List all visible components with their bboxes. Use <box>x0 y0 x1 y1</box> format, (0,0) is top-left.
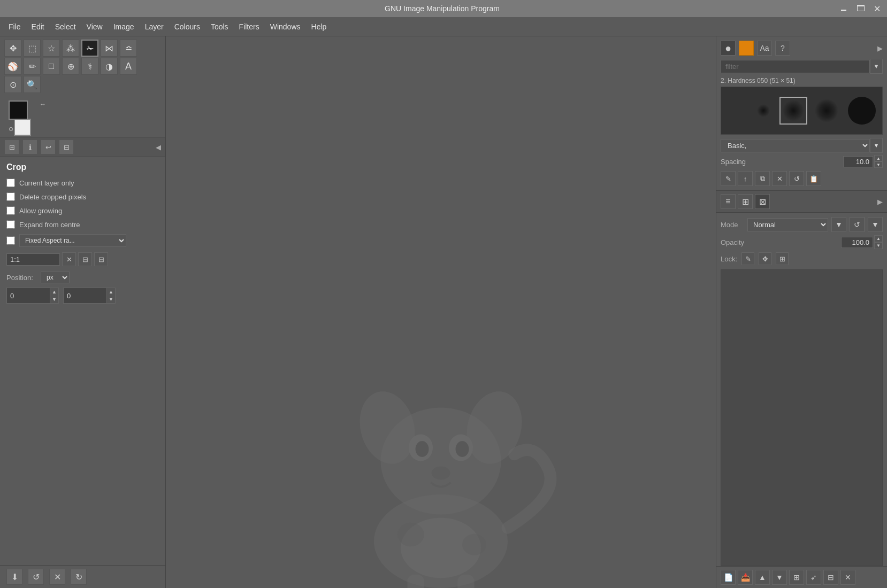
tool-warp[interactable]: ≏ <box>120 40 137 57</box>
channels-icon[interactable]: ⊞ <box>738 194 753 209</box>
brush-new-btn[interactable]: ↑ <box>738 171 753 186</box>
ratio-portrait-btn[interactable]: ⊟ <box>94 252 108 266</box>
tool-heal[interactable]: ⚕ <box>81 58 98 75</box>
spacing-up[interactable]: ▲ <box>874 155 883 161</box>
allow-growing-checkbox[interactable] <box>6 206 15 215</box>
menu-windows[interactable]: Windows <box>266 21 305 33</box>
save-presets-btn[interactable]: ⬇ <box>6 569 22 585</box>
foreground-color[interactable] <box>9 100 28 120</box>
brush-delete-btn[interactable]: ✕ <box>772 171 787 186</box>
lock-alpha-btn[interactable]: ⊞ <box>776 252 789 265</box>
brush-refresh-btn[interactable]: ↺ <box>789 171 804 186</box>
expand-from-centre-checkbox[interactable] <box>6 220 15 229</box>
tool-eyedropper[interactable]: ⊙ <box>4 76 21 93</box>
canvas-area[interactable] <box>166 36 716 588</box>
mode-dropdown-btn[interactable]: ▼ <box>831 217 846 232</box>
minimize-button[interactable]: 🗕 <box>837 3 850 14</box>
lock-paint-btn[interactable]: ✎ <box>741 252 754 265</box>
delete-layer-btn[interactable]: ✕ <box>840 570 855 585</box>
swap-colors-icon[interactable]: ↔ <box>40 100 46 108</box>
current-layer-only-checkbox[interactable] <box>6 179 15 187</box>
menu-select[interactable]: Select <box>51 21 80 33</box>
spacing-down[interactable]: ▼ <box>874 161 883 168</box>
layers-icon[interactable]: ≡ <box>721 194 736 209</box>
opacity-down[interactable]: ▼ <box>874 242 883 249</box>
background-color[interactable] <box>14 119 31 136</box>
tool-rect-select[interactable]: ⬚ <box>24 40 41 57</box>
import-layer-btn[interactable]: 📥 <box>738 570 753 585</box>
tool-clone[interactable]: ⊕ <box>62 58 79 75</box>
layers-panel-collapse[interactable]: ▶ <box>877 198 883 206</box>
reset-colors-icon[interactable]: ⊙ <box>9 126 13 133</box>
brushes-color-icon[interactable] <box>739 41 754 56</box>
brush-preset-line[interactable] <box>725 103 747 119</box>
paths-icon[interactable]: ⊠ <box>755 194 770 209</box>
position-x-up[interactable]: ▲ <box>50 288 58 296</box>
tool-crop[interactable]: ✁ <box>81 40 98 57</box>
brush-duplicate-btn[interactable]: ⧉ <box>755 171 770 186</box>
brush-type-dropdown-btn[interactable]: ▼ <box>870 138 883 153</box>
position-y-input[interactable] <box>64 290 106 301</box>
tab-display[interactable]: ⊞ <box>4 140 19 154</box>
brush-clipboard-btn[interactable]: 📋 <box>806 171 821 186</box>
lock-move-btn[interactable]: ✥ <box>759 252 771 265</box>
mode-extra-btn2[interactable]: ▼ <box>868 217 883 232</box>
new-layer-btn[interactable]: 📄 <box>721 570 736 585</box>
brush-preset-selected[interactable] <box>779 97 807 125</box>
tool-pencil[interactable]: ✏ <box>24 58 41 75</box>
tab-tool-info[interactable]: ℹ <box>22 140 37 154</box>
ratio-landscape-btn[interactable]: ⊟ <box>78 252 92 266</box>
tool-move[interactable]: ✥ <box>4 40 21 57</box>
menu-filters[interactable]: Filters <box>235 21 264 33</box>
position-y-up[interactable]: ▲ <box>106 288 115 296</box>
menu-view[interactable]: View <box>82 21 107 33</box>
position-x-down[interactable]: ▼ <box>50 296 58 303</box>
brush-preset-medium[interactable] <box>813 97 840 124</box>
menu-tools[interactable]: Tools <box>207 21 233 33</box>
tool-text[interactable]: A <box>120 58 137 75</box>
cancel-btn[interactable]: ✕ <box>49 569 65 585</box>
brush-preset-large[interactable] <box>846 95 878 127</box>
tab-undo[interactable]: ↩ <box>41 140 56 154</box>
menu-file[interactable]: File <box>4 21 25 33</box>
maximize-button[interactable]: 🗖 <box>854 3 867 14</box>
tool-lasso[interactable]: ☆ <box>43 40 60 57</box>
close-button[interactable]: ✕ <box>871 3 883 15</box>
tab-image[interactable]: ⊟ <box>59 140 74 154</box>
menu-image[interactable]: Image <box>109 21 139 33</box>
tool-dodge[interactable]: ◑ <box>101 58 118 75</box>
layer-up-btn[interactable]: ▲ <box>755 570 770 585</box>
spacing-input[interactable] <box>843 156 873 167</box>
brushes-dot-icon[interactable]: ● <box>721 41 736 56</box>
tool-eraser[interactable]: □ <box>43 58 60 75</box>
restore-btn[interactable]: ↻ <box>71 569 87 585</box>
fixed-aspect-select[interactable]: Fixed Aspect ra... <box>19 234 126 247</box>
menu-help[interactable]: Help <box>307 21 331 33</box>
brush-edit-btn[interactable]: ✎ <box>721 171 736 186</box>
right-panel-collapse[interactable]: ▶ <box>877 44 883 52</box>
merge-down-btn[interactable]: ➶ <box>806 570 821 585</box>
tool-fuzzy-select[interactable]: ⁂ <box>62 40 79 57</box>
brush-type-select[interactable]: Basic, <box>721 139 870 152</box>
position-x-input[interactable] <box>7 290 50 301</box>
ratio-clear-btn[interactable]: ✕ <box>62 252 76 266</box>
brush-filter-input[interactable] <box>721 60 870 73</box>
fixed-aspect-checkbox[interactable] <box>6 236 15 245</box>
menu-colours[interactable]: Colours <box>170 21 204 33</box>
opacity-input[interactable] <box>841 237 873 248</box>
layer-down-btn[interactable]: ▼ <box>772 570 787 585</box>
panel-collapse-icon[interactable]: ◀ <box>156 143 161 151</box>
reset-btn[interactable]: ↺ <box>28 569 44 585</box>
brush-filter-dropdown[interactable]: ▼ <box>870 59 883 74</box>
anchor-layer-btn[interactable]: ⊞ <box>789 570 804 585</box>
tool-zoom[interactable]: 🔍 <box>24 76 41 93</box>
tool-bucket[interactable]: ⚾ <box>4 58 21 75</box>
menu-edit[interactable]: Edit <box>27 21 49 33</box>
menu-layer[interactable]: Layer <box>141 21 168 33</box>
brush-preset-soft-small[interactable] <box>753 100 774 121</box>
ratio-input[interactable] <box>6 253 60 266</box>
mode-select[interactable]: Normal Multiply Screen <box>747 218 828 231</box>
duplicate-layer-btn[interactable]: ⊟ <box>823 570 838 585</box>
position-unit-select[interactable]: px % mm <box>41 272 70 283</box>
brushes-font-icon[interactable]: Aa <box>757 41 772 56</box>
